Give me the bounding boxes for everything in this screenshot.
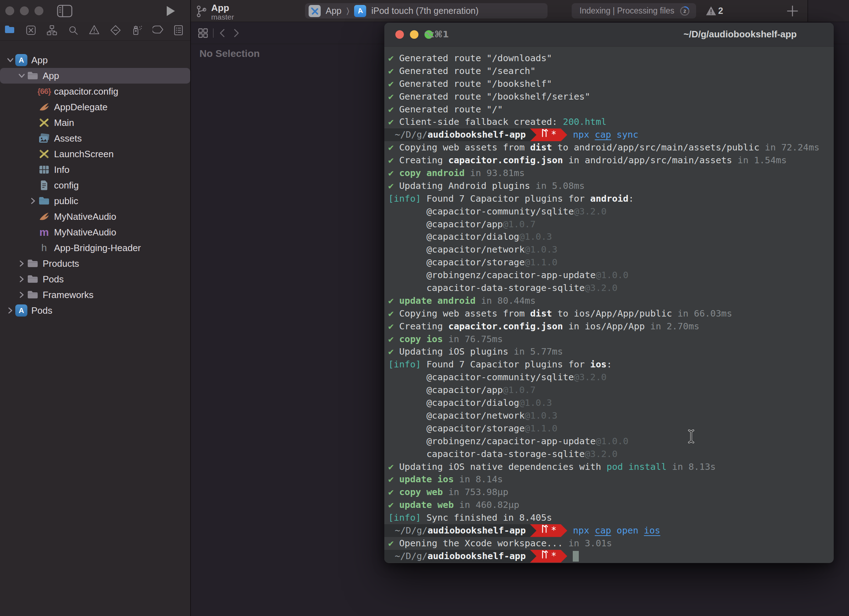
back-icon[interactable] bbox=[218, 28, 227, 38]
terminal-line: ✔ Updating iOS plugins in 5.77ms bbox=[384, 345, 834, 358]
sidebar-item-label: MyNativeAudio bbox=[54, 227, 116, 238]
git-branch-icon bbox=[541, 128, 548, 141]
terminal-line: ✔ Updating iOS native dependencies with … bbox=[384, 461, 834, 473]
sidebar-item-frameworks[interactable]: Frameworks bbox=[0, 287, 190, 303]
run-button[interactable] bbox=[166, 5, 176, 17]
disclosure-closed-icon[interactable] bbox=[28, 198, 38, 204]
warning-icon[interactable] bbox=[705, 6, 717, 16]
zoom-button[interactable] bbox=[34, 6, 43, 15]
terminal-line: [info] Sync finished in 8.405s bbox=[384, 512, 834, 524]
project-icon: A bbox=[15, 54, 28, 66]
git-branch-icon bbox=[541, 550, 548, 563]
branch-name[interactable]: master bbox=[211, 13, 234, 21]
terminal-window[interactable]: ⌥⌘1 ~/D/g/audiobookshelf-app ✔ Generated… bbox=[384, 23, 834, 563]
sidebar-item-app-bridging-header[interactable]: hApp-Bridging-Header bbox=[0, 240, 190, 256]
toggle-sidebar-icon[interactable] bbox=[57, 4, 73, 18]
close-button[interactable] bbox=[5, 6, 14, 15]
terminal-titlebar[interactable]: ⌥⌘1 ~/D/g/audiobookshelf-app bbox=[384, 23, 834, 46]
progress-spinner: 2 bbox=[678, 4, 691, 18]
sidebar-item-app[interactable]: App bbox=[0, 68, 190, 84]
sidebar-item-main[interactable]: Main bbox=[0, 115, 190, 131]
navigator-tab-project-icon[interactable] bbox=[4, 25, 16, 36]
toolbar-trailing-zone bbox=[807, 0, 849, 22]
terminal-output[interactable]: ✔ Generated route "/downloads"✔ Generate… bbox=[384, 46, 834, 563]
sidebar-item-app[interactable]: AApp bbox=[0, 52, 190, 68]
sidebar-divider[interactable] bbox=[190, 0, 191, 616]
navigator-tab-issues-icon[interactable] bbox=[89, 25, 100, 36]
branch-project-name[interactable]: App bbox=[211, 3, 229, 13]
terminal-line: ✔ Creating capacitor.config.json in ios/… bbox=[384, 320, 834, 333]
terminal-tab-shortcut: ⌥⌘1 bbox=[424, 29, 449, 39]
terminal-close-button[interactable] bbox=[395, 30, 404, 39]
terminal-line: @capacitor/app@1.0.7 bbox=[384, 218, 834, 231]
terminal-line: @capacitor/network@1.0.3 bbox=[384, 243, 834, 256]
activity-status[interactable]: Indexing | Processing files 2 bbox=[572, 3, 696, 18]
terminal-title: ~/D/g/audiobookshelf-app bbox=[683, 29, 797, 40]
sidebar-item-label: LaunchScreen bbox=[54, 149, 114, 160]
sidebar-item-products[interactable]: Products bbox=[0, 256, 190, 271]
terminal-line: ✔ Copying web assets from dist to androi… bbox=[384, 141, 834, 154]
navigator-sidebar: AAppApp{66}capacitor.configAppDelegateMa… bbox=[0, 22, 190, 616]
forward-icon[interactable] bbox=[231, 28, 241, 38]
sidebar-item-assets[interactable]: Assets bbox=[0, 131, 190, 146]
sidebar-item-label: public bbox=[54, 195, 78, 207]
navigator-tab-breakpoints-icon[interactable] bbox=[152, 25, 164, 36]
navigator-tab-source-control-icon[interactable] bbox=[25, 25, 37, 36]
editor-grid-icon[interactable] bbox=[198, 28, 208, 38]
sidebar-item-appdelegate[interactable]: AppDelegate bbox=[0, 99, 190, 115]
project-navigator-tree: AAppApp{66}capacitor.configAppDelegateMa… bbox=[0, 52, 190, 318]
sidebar-item-capacitor-config[interactable]: {66}capacitor.config bbox=[0, 84, 190, 99]
sidebar-item-label: Main bbox=[54, 117, 74, 128]
terminal-minimize-button[interactable] bbox=[410, 30, 419, 39]
sidebar-item-pods[interactable]: APods bbox=[0, 303, 190, 318]
scheme-selector[interactable]: App 〉 A iPod touch (7th generation) bbox=[305, 3, 548, 18]
sidebar-item-label: Frameworks bbox=[43, 289, 94, 301]
sidebar-item-label: MyNativeAudio bbox=[54, 211, 116, 222]
folder-icon bbox=[26, 258, 39, 270]
minimize-button[interactable] bbox=[20, 6, 29, 15]
sidebar-item-label: App bbox=[31, 55, 48, 66]
sidebar-item-label: config bbox=[54, 180, 79, 191]
library-add-icon[interactable] bbox=[786, 5, 798, 17]
navigator-tab-search-icon[interactable] bbox=[68, 25, 79, 36]
terminal-line: @capacitor/network@1.0.3 bbox=[384, 409, 834, 422]
sidebar-item-launchscreen[interactable]: LaunchScreen bbox=[0, 146, 190, 162]
sidebar-item-label: Pods bbox=[43, 274, 64, 285]
disclosure-closed-icon[interactable] bbox=[17, 260, 26, 267]
sidebar-item-pods[interactable]: Pods bbox=[0, 271, 190, 287]
disclosure-open-icon[interactable] bbox=[6, 57, 15, 63]
terminal-line: @robingenz/capacitor-app-update@1.0.0 bbox=[384, 435, 834, 448]
navigator-tab-debug-icon[interactable] bbox=[131, 25, 143, 36]
terminal-line: [info] Found 7 Capacitor plugins for ios… bbox=[384, 358, 834, 371]
terminal-line: ✔ copy web in 753.98μp bbox=[384, 486, 834, 499]
sidebar-item-label: Products bbox=[43, 258, 79, 269]
project-target-icon bbox=[308, 5, 321, 17]
plist-icon bbox=[38, 164, 51, 176]
folder-icon bbox=[26, 273, 39, 285]
sidebar-item-mynativeaudio[interactable]: mMyNativeAudio bbox=[0, 224, 190, 240]
terminal-line: @robingenz/capacitor-app-update@1.0.0 bbox=[384, 269, 834, 282]
sidebar-item-public[interactable]: public bbox=[0, 193, 190, 209]
folder-icon bbox=[26, 70, 39, 82]
sidebar-item-mynativeaudio[interactable]: MyNativeAudio bbox=[0, 209, 190, 224]
sidebar-item-info[interactable]: Info bbox=[0, 162, 190, 177]
terminal-line: @capacitor-community/sqlite@3.2.0 bbox=[384, 205, 834, 218]
navigator-tab-symbols-icon[interactable] bbox=[46, 25, 58, 36]
disclosure-closed-icon[interactable] bbox=[17, 276, 26, 282]
sidebar-item-label: App bbox=[43, 70, 59, 81]
storyboard-icon bbox=[38, 117, 51, 129]
disclosure-closed-icon[interactable] bbox=[17, 292, 26, 298]
terminal-line: ✔ copy android in 93.81ms bbox=[384, 167, 834, 180]
svg-text:2: 2 bbox=[683, 9, 686, 14]
terminal-line: ✔ Generated route "/bookshelf" bbox=[384, 78, 834, 90]
sidebar-item-config[interactable]: config bbox=[0, 177, 190, 193]
navigator-tab-reports-icon[interactable] bbox=[173, 25, 185, 36]
branch-icon bbox=[195, 5, 208, 18]
disclosure-closed-icon[interactable] bbox=[6, 307, 15, 314]
doc-icon bbox=[38, 179, 51, 191]
scheme-chevron: 〉 bbox=[346, 6, 349, 16]
terminal-cursor bbox=[573, 551, 579, 562]
navigator-tab-tests-icon[interactable] bbox=[110, 25, 122, 36]
jump-bar-no-selection: No Selection bbox=[200, 48, 260, 60]
disclosure-open-icon[interactable] bbox=[17, 73, 26, 79]
